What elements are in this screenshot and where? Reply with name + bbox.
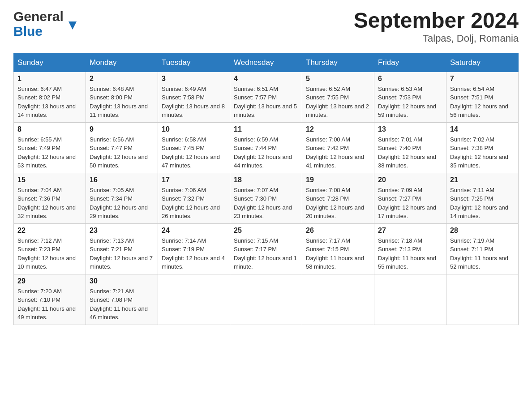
day-number: 19 (306, 176, 370, 184)
calendar-cell: 4Sunrise: 6:51 AMSunset: 7:57 PMDaylight… (230, 72, 302, 122)
calendar-cell (158, 274, 230, 325)
page-header: General Blue September 2024 Talpas, Dolj… (13, 9, 519, 44)
day-info: Sunrise: 6:51 AMSunset: 7:57 PMDaylight:… (234, 85, 298, 120)
calendar-cell: 18Sunrise: 7:07 AMSunset: 7:30 PMDayligh… (230, 173, 302, 223)
calendar-week-row: 22Sunrise: 7:12 AMSunset: 7:23 PMDayligh… (14, 223, 519, 274)
day-number: 15 (17, 176, 82, 184)
day-info: Sunrise: 6:49 AMSunset: 7:58 PMDaylight:… (162, 85, 226, 120)
day-number: 17 (162, 176, 226, 184)
day-info: Sunrise: 6:56 AMSunset: 7:47 PMDaylight:… (90, 135, 154, 170)
calendar-table: SundayMondayTuesdayWednesdayThursdayFrid… (13, 53, 519, 325)
calendar-cell: 23Sunrise: 7:13 AMSunset: 7:21 PMDayligh… (86, 223, 158, 274)
calendar-cell: 21Sunrise: 7:11 AMSunset: 7:25 PMDayligh… (446, 173, 519, 223)
day-number: 6 (378, 75, 442, 83)
calendar-cell: 2Sunrise: 6:48 AMSunset: 8:00 PMDaylight… (86, 72, 158, 122)
day-number: 11 (234, 125, 298, 133)
day-info: Sunrise: 7:08 AMSunset: 7:28 PMDaylight:… (306, 186, 370, 221)
day-number: 1 (17, 75, 82, 83)
calendar-cell: 16Sunrise: 7:05 AMSunset: 7:34 PMDayligh… (86, 173, 158, 223)
day-info: Sunrise: 7:02 AMSunset: 7:38 PMDaylight:… (450, 135, 515, 170)
day-info: Sunrise: 7:07 AMSunset: 7:30 PMDaylight:… (234, 186, 298, 221)
day-info: Sunrise: 6:55 AMSunset: 7:49 PMDaylight:… (17, 135, 82, 170)
day-number: 12 (306, 125, 370, 133)
day-info: Sunrise: 7:19 AMSunset: 7:11 PMDaylight:… (450, 236, 515, 271)
calendar-cell: 13Sunrise: 7:01 AMSunset: 7:40 PMDayligh… (374, 122, 446, 173)
day-info: Sunrise: 7:18 AMSunset: 7:13 PMDaylight:… (378, 236, 442, 271)
day-number: 2 (90, 75, 154, 83)
calendar-cell: 15Sunrise: 7:04 AMSunset: 7:36 PMDayligh… (14, 173, 86, 223)
day-number: 9 (90, 125, 154, 133)
day-info: Sunrise: 6:58 AMSunset: 7:45 PMDaylight:… (162, 135, 226, 170)
day-number: 13 (378, 125, 442, 133)
day-info: Sunrise: 6:52 AMSunset: 7:55 PMDaylight:… (306, 85, 370, 120)
calendar-cell: 25Sunrise: 7:15 AMSunset: 7:17 PMDayligh… (230, 223, 302, 274)
day-info: Sunrise: 7:01 AMSunset: 7:40 PMDaylight:… (378, 135, 442, 170)
calendar-cell: 5Sunrise: 6:52 AMSunset: 7:55 PMDaylight… (302, 72, 374, 122)
day-info: Sunrise: 7:00 AMSunset: 7:42 PMDaylight:… (306, 135, 370, 170)
day-info: Sunrise: 7:09 AMSunset: 7:27 PMDaylight:… (378, 186, 442, 221)
day-number: 26 (306, 227, 370, 235)
day-info: Sunrise: 6:53 AMSunset: 7:53 PMDaylight:… (378, 85, 442, 120)
day-number: 28 (450, 227, 515, 235)
calendar-cell: 9Sunrise: 6:56 AMSunset: 7:47 PMDaylight… (86, 122, 158, 173)
day-number: 5 (306, 75, 370, 83)
calendar-cell: 10Sunrise: 6:58 AMSunset: 7:45 PMDayligh… (158, 122, 230, 173)
title-section: September 2024 Talpas, Dolj, Romania (354, 9, 519, 44)
day-info: Sunrise: 6:54 AMSunset: 7:51 PMDaylight:… (450, 85, 515, 120)
calendar-header-row: SundayMondayTuesdayWednesdayThursdayFrid… (14, 53, 519, 72)
day-info: Sunrise: 7:05 AMSunset: 7:34 PMDaylight:… (90, 186, 154, 221)
calendar-cell (446, 274, 519, 325)
day-number: 3 (162, 75, 226, 83)
day-info: Sunrise: 6:48 AMSunset: 8:00 PMDaylight:… (90, 85, 154, 120)
weekday-header-sunday: Sunday (14, 53, 86, 72)
day-number: 21 (450, 176, 515, 184)
day-info: Sunrise: 7:13 AMSunset: 7:21 PMDaylight:… (90, 236, 154, 271)
calendar-cell (374, 274, 446, 325)
logo-blue: Blue (13, 24, 43, 39)
calendar-week-row: 29Sunrise: 7:20 AMSunset: 7:10 PMDayligh… (14, 274, 519, 325)
calendar-cell: 24Sunrise: 7:14 AMSunset: 7:19 PMDayligh… (158, 223, 230, 274)
day-number: 10 (162, 125, 226, 133)
logo-general: General (13, 9, 64, 24)
day-number: 7 (450, 75, 515, 83)
day-info: Sunrise: 7:11 AMSunset: 7:25 PMDaylight:… (450, 186, 515, 221)
calendar-cell: 8Sunrise: 6:55 AMSunset: 7:49 PMDaylight… (14, 122, 86, 173)
day-number: 16 (90, 176, 154, 184)
logo: General Blue (13, 9, 69, 39)
calendar-cell: 7Sunrise: 6:54 AMSunset: 7:51 PMDaylight… (446, 72, 519, 122)
weekday-header-friday: Friday (374, 53, 446, 72)
day-info: Sunrise: 7:04 AMSunset: 7:36 PMDaylight:… (17, 186, 82, 221)
calendar-week-row: 8Sunrise: 6:55 AMSunset: 7:49 PMDaylight… (14, 122, 519, 173)
day-info: Sunrise: 7:12 AMSunset: 7:23 PMDaylight:… (17, 236, 82, 271)
calendar-cell: 11Sunrise: 6:59 AMSunset: 7:44 PMDayligh… (230, 122, 302, 173)
calendar-cell: 19Sunrise: 7:08 AMSunset: 7:28 PMDayligh… (302, 173, 374, 223)
weekday-header-thursday: Thursday (302, 53, 374, 72)
day-info: Sunrise: 7:20 AMSunset: 7:10 PMDaylight:… (17, 287, 82, 322)
day-info: Sunrise: 6:59 AMSunset: 7:44 PMDaylight:… (234, 135, 298, 170)
weekday-header-tuesday: Tuesday (158, 53, 230, 72)
day-info: Sunrise: 7:15 AMSunset: 7:17 PMDaylight:… (234, 236, 298, 271)
calendar-cell (302, 274, 374, 325)
day-number: 24 (162, 227, 226, 235)
day-number: 22 (17, 227, 82, 235)
day-number: 23 (90, 227, 154, 235)
location: Talpas, Dolj, Romania (354, 33, 519, 44)
day-info: Sunrise: 6:47 AMSunset: 8:02 PMDaylight:… (17, 85, 82, 120)
day-number: 8 (17, 125, 82, 133)
calendar-cell: 1Sunrise: 6:47 AMSunset: 8:02 PMDaylight… (14, 72, 86, 122)
day-info: Sunrise: 7:14 AMSunset: 7:19 PMDaylight:… (162, 236, 226, 271)
calendar-cell: 20Sunrise: 7:09 AMSunset: 7:27 PMDayligh… (374, 173, 446, 223)
calendar-cell: 30Sunrise: 7:21 AMSunset: 7:08 PMDayligh… (86, 274, 158, 325)
calendar-cell: 17Sunrise: 7:06 AMSunset: 7:32 PMDayligh… (158, 173, 230, 223)
calendar-week-row: 1Sunrise: 6:47 AMSunset: 8:02 PMDaylight… (14, 72, 519, 122)
day-info: Sunrise: 7:21 AMSunset: 7:08 PMDaylight:… (90, 287, 154, 322)
day-number: 30 (90, 277, 154, 285)
calendar-cell: 12Sunrise: 7:00 AMSunset: 7:42 PMDayligh… (302, 122, 374, 173)
month-title: September 2024 (354, 9, 519, 33)
day-number: 4 (234, 75, 298, 83)
calendar-cell (230, 274, 302, 325)
day-number: 29 (17, 277, 82, 285)
calendar-cell: 27Sunrise: 7:18 AMSunset: 7:13 PMDayligh… (374, 223, 446, 274)
weekday-header-saturday: Saturday (446, 53, 519, 72)
calendar-cell: 29Sunrise: 7:20 AMSunset: 7:10 PMDayligh… (14, 274, 86, 325)
